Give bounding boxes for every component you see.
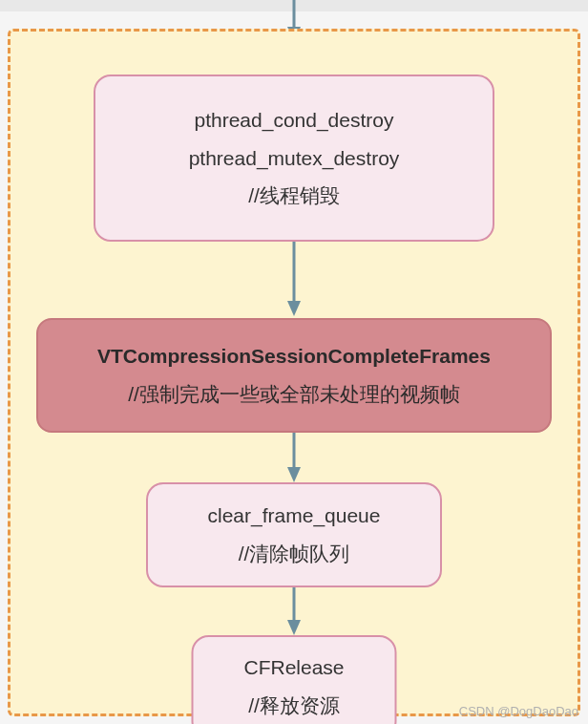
flow-container: pthread_cond_destroy pthread_mutex_destr… [8, 29, 580, 716]
arrow-icon [280, 587, 308, 635]
node-title: CFRelease [243, 649, 344, 687]
node-line: pthread_cond_destroy [195, 101, 394, 139]
svg-marker-4 [287, 467, 301, 482]
svg-marker-6 [287, 620, 301, 635]
node-comment: //强制完成一些或全部未处理的视频帧 [128, 375, 460, 414]
node-cfrelease: CFRelease //释放资源 [192, 635, 397, 724]
watermark: CSDN @DogDaoDao [459, 704, 578, 718]
node-title: clear_frame_queue [208, 497, 381, 535]
node-thread-destroy: pthread_cond_destroy pthread_mutex_destr… [94, 75, 494, 242]
node-clear-queue: clear_frame_queue //清除帧队列 [146, 482, 442, 587]
node-complete-frames: VTCompressionSessionCompleteFrames //强制完… [36, 318, 552, 433]
node-comment: //清除帧队列 [239, 535, 350, 573]
node-line: pthread_mutex_destroy [189, 139, 400, 178]
arrow-icon [280, 433, 308, 482]
node-comment: //释放资源 [248, 687, 340, 724]
top-bar [0, 0, 588, 11]
arrow-icon [280, 242, 308, 318]
svg-marker-2 [287, 301, 301, 316]
node-comment: //线程销毁 [248, 177, 340, 215]
node-title: VTCompressionSessionCompleteFrames [97, 337, 491, 375]
